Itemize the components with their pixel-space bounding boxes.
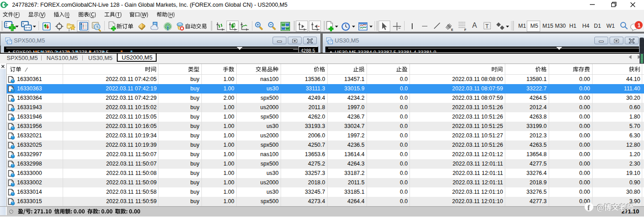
svg-text:1: 1 xyxy=(638,22,641,29)
svg-text:f: f xyxy=(588,204,590,212)
svg-text:F: F xyxy=(465,28,467,31)
svg-text:E: E xyxy=(451,28,453,31)
svg-text:T: T xyxy=(486,23,489,30)
